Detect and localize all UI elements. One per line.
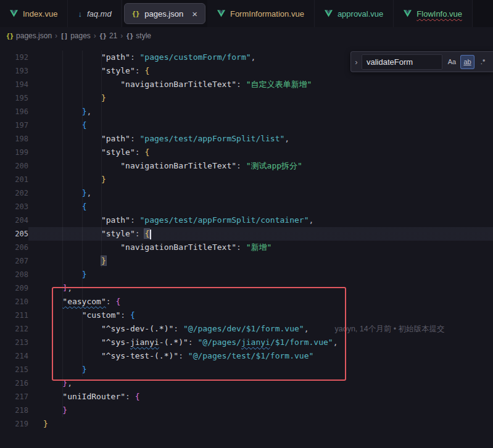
token xyxy=(43,338,101,347)
line-number: 200 xyxy=(0,159,28,173)
whole-word-toggle-icon[interactable]: ab xyxy=(460,55,474,69)
code-text: { xyxy=(43,200,86,214)
code-line-208[interactable]: 208 } xyxy=(0,268,493,281)
line-number: 198 xyxy=(0,132,28,146)
token: : xyxy=(188,338,198,347)
token: { xyxy=(144,147,149,157)
code-text: "style": { xyxy=(43,146,149,159)
line-number: 209 xyxy=(0,281,28,295)
code-line-201[interactable]: 201 } xyxy=(0,173,493,186)
token: : xyxy=(106,297,116,306)
code-line-194[interactable]: 194 "navigationBarTitleText": "自定义表单新增" xyxy=(0,78,493,91)
code-line-212[interactable]: 212 "^sys-dev-(.*)": "@/pages/dev/$1/for… xyxy=(0,322,493,336)
line-number: 205 xyxy=(0,227,28,241)
fold-column xyxy=(28,91,43,105)
fold-column xyxy=(28,173,43,186)
code-line-205[interactable]: 205 "style": { xyxy=(0,227,493,241)
token xyxy=(43,202,82,211)
tab-approval-vue[interactable]: approval.vue xyxy=(315,0,394,27)
line-number: 212 xyxy=(0,322,28,336)
find-input[interactable] xyxy=(362,54,442,70)
line-number: 211 xyxy=(0,309,28,322)
token: : xyxy=(120,310,130,320)
symbol-object-icon: {} xyxy=(126,33,133,39)
line-number: 196 xyxy=(0,105,28,118)
symbol-array-icon: [] xyxy=(60,33,68,39)
fold-column xyxy=(28,336,43,349)
breadcrumb-label: pages xyxy=(70,31,91,40)
token: : xyxy=(125,392,135,401)
tab-faq-md[interactable]: ↓faq.md xyxy=(68,0,122,27)
tab-forminformation-vue[interactable]: FormInformation.vue xyxy=(207,0,315,27)
code-line-211[interactable]: 211 "custom": { xyxy=(0,309,493,322)
code-line-195[interactable]: 195 } xyxy=(0,91,493,105)
regex-toggle-icon[interactable]: .* xyxy=(476,55,490,69)
code-line-197[interactable]: 197 { xyxy=(0,118,493,132)
code-line-207[interactable]: 207 } xyxy=(0,254,493,268)
token: } xyxy=(62,405,67,415)
code-line-209[interactable]: 209 ], xyxy=(0,281,493,295)
close-icon[interactable]: × xyxy=(192,9,197,19)
fold-column xyxy=(28,322,43,336)
line-number: 218 xyxy=(0,404,28,417)
token: /$1/form.vue" xyxy=(270,338,333,347)
token xyxy=(43,107,82,116)
line-number: 210 xyxy=(0,295,28,309)
code-line-216[interactable]: 216 }, xyxy=(0,376,493,390)
match-case-toggle-icon[interactable]: Aa xyxy=(445,55,459,69)
token: "pages/customForm/form" xyxy=(140,52,251,62)
code-line-217[interactable]: 217 "uniIdRouter": { xyxy=(0,390,493,404)
tab-label: approval.vue xyxy=(338,9,383,19)
code-line-196[interactable]: 196 }, xyxy=(0,105,493,118)
token: "@/pages/test/$1/form.vue" xyxy=(188,351,314,360)
code-line-202[interactable]: 202 }, xyxy=(0,186,493,200)
code-text: } xyxy=(43,404,67,417)
tab-bar: Index.vue↓faq.md{}pages.json×FormInforma… xyxy=(0,0,493,27)
code-line-213[interactable]: 213 "^sys-jianyi-(.*)": "@/pages/jianyi/… xyxy=(0,336,493,349)
token: "custom" xyxy=(82,310,121,320)
breadcrumb-item-style[interactable]: {}style xyxy=(126,31,151,40)
toggle-replace-chevron-icon[interactable]: › xyxy=(351,52,362,72)
editor[interactable]: 192 "path": "pages/customForm/form",193 … xyxy=(0,44,493,448)
token: : xyxy=(173,324,183,333)
code-line-206[interactable]: 206 "navigationBarTitleText": "新增" xyxy=(0,241,493,254)
code-line-214[interactable]: 214 "^sys-test-(.*)": "@/pages/test/$1/f… xyxy=(0,349,493,363)
line-number: 215 xyxy=(0,363,28,376)
tab-index-vue[interactable]: Index.vue xyxy=(0,0,68,27)
json-file-icon: {} xyxy=(6,33,14,39)
token: : xyxy=(130,215,140,225)
token: } xyxy=(101,256,106,265)
code-line-200[interactable]: 200 "navigationBarTitleText": "测试app拆分" xyxy=(0,159,493,173)
token: "自定义表单新增" xyxy=(246,80,312,89)
breadcrumb-item-21[interactable]: {}21 xyxy=(99,31,117,40)
token: , xyxy=(284,134,289,143)
fold-column xyxy=(28,78,43,91)
code-line-198[interactable]: 198 "path": "pages/test/appFormSplit/lis… xyxy=(0,132,493,146)
token xyxy=(43,161,120,170)
code-line-218[interactable]: 218 } xyxy=(0,404,493,417)
tab-flowinfo-vue[interactable]: FlowInfo.vue xyxy=(394,0,473,27)
code-line-203[interactable]: 203 { xyxy=(0,200,493,214)
code-line-215[interactable]: 215 } xyxy=(0,363,493,376)
token: "^sys-dev-(.*)" xyxy=(101,324,173,333)
line-number: 192 xyxy=(0,51,28,64)
token xyxy=(43,310,82,320)
breadcrumb-item-pages-json[interactable]: {}pages.json xyxy=(6,31,52,40)
token: , xyxy=(309,215,313,225)
line-number: 213 xyxy=(0,336,28,349)
code-line-199[interactable]: 199 "style": { xyxy=(0,146,493,159)
fold-column xyxy=(28,241,43,254)
code-text: "^sys-dev-(.*)": "@/pages/dev/$1/form.vu… xyxy=(43,322,445,336)
breadcrumb-item-pages[interactable]: []pages xyxy=(60,31,91,40)
token: , xyxy=(67,378,72,388)
code-line-210[interactable]: 210 "easycom": { xyxy=(0,295,493,309)
token: { xyxy=(115,297,120,306)
code-line-219[interactable]: 219} xyxy=(0,417,493,431)
code-line-204[interactable]: 204 "path": "pages/test/appFormSplit/con… xyxy=(0,214,493,227)
token: { xyxy=(135,392,140,401)
tab-pages-json[interactable]: {}pages.json× xyxy=(124,3,205,24)
token xyxy=(43,405,62,415)
code-text: "style": { xyxy=(43,227,151,241)
token: , xyxy=(333,338,338,347)
vue-icon xyxy=(10,10,18,17)
